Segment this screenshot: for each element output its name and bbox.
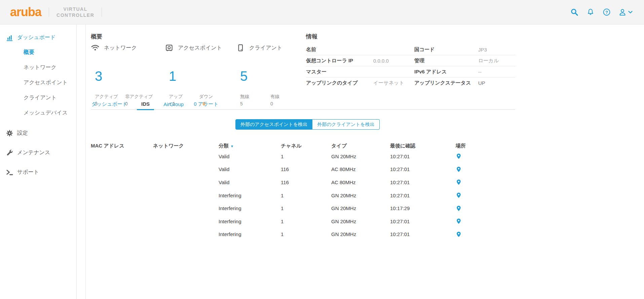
location-pin-icon[interactable] <box>456 231 462 238</box>
access-point-icon <box>165 43 174 52</box>
column-header-channel[interactable]: チャネル <box>281 143 331 149</box>
sidebar-item-label: ダッシュボード <box>17 34 55 41</box>
location-pin-icon[interactable] <box>456 205 462 212</box>
location-pin-icon[interactable] <box>456 192 462 199</box>
ids-table: MAC アドレス ネットワーク 分類▼ チャネル タイプ 最後に確認 場所 Va… <box>91 142 511 241</box>
client-device-icon <box>236 43 245 52</box>
stat-label: ネットワーク <box>104 44 137 52</box>
detect-foreign-clients-button[interactable]: 外部のクライアントを検出 <box>312 119 380 130</box>
sidebar-item-label: メンテナンス <box>17 149 50 156</box>
sidebar-item-overview[interactable]: 概要 <box>0 47 76 57</box>
wifi-icon <box>91 43 100 52</box>
column-header-network[interactable]: ネットワーク <box>153 143 219 149</box>
user-menu[interactable] <box>618 8 633 16</box>
bar-chart-icon <box>6 34 13 41</box>
wrench-icon <box>6 149 13 157</box>
sidebar-item-access-points[interactable]: アクセスポイント <box>0 78 76 87</box>
help-icon[interactable]: ? <box>602 8 611 16</box>
sidebar-item-mesh-devices[interactable]: メッシュデバイス <box>0 108 76 118</box>
table-row[interactable]: Interfering 1 GN 20MHz 10:17:29 <box>91 202 511 215</box>
ids-table-header: MAC アドレス ネットワーク 分類▼ チャネル タイプ 最後に確認 場所 <box>91 142 511 150</box>
column-header-mac[interactable]: MAC アドレス <box>91 143 153 149</box>
info-row: アップリンクのタイプ イーサネット アップリンクステータス UP <box>306 77 515 89</box>
sidebar-item-label: メッシュデバイス <box>24 109 68 117</box>
info-row: 名前 国コード JP3 <box>306 44 515 55</box>
table-row[interactable]: Valid 116 AC 80MHz 10:27:01 <box>91 163 511 176</box>
aruba-logo: aruba <box>10 6 41 18</box>
info-row: マスター IPv6 アドレス -- <box>306 66 515 77</box>
svg-text:?: ? <box>605 10 608 15</box>
search-icon[interactable] <box>570 8 579 16</box>
table-row[interactable]: Interfering 1 GN 20MHz 10:27:01 <box>91 215 511 228</box>
column-header-classification[interactable]: 分類▼ <box>219 143 281 149</box>
detect-foreign-aps-button[interactable]: 外部のアクセスポイントを検出 <box>235 119 312 130</box>
sidebar-item-label: 概要 <box>24 49 34 56</box>
column-header-last-seen[interactable]: 最後に確認 <box>390 143 456 149</box>
location-pin-icon[interactable] <box>456 166 462 173</box>
tab-dashboard[interactable]: ダッシュボード <box>91 99 128 109</box>
sidebar-item-label: サポート <box>17 169 39 176</box>
location-pin-icon[interactable] <box>456 153 462 160</box>
table-row[interactable]: Interfering 1 GN 20MHz 10:27:01 <box>91 228 511 241</box>
table-row[interactable]: Interfering 1 GN 20MHz 10:27:01 <box>91 189 511 202</box>
tab-alerts[interactable]: 0 アラート <box>193 99 219 109</box>
stat-label: クライアント <box>249 44 282 52</box>
product-line-1: VIRTUAL <box>56 6 94 12</box>
sidebar: ダッシュボード 概要 ネットワーク アクセスポイント クライアント メッシュデバ… <box>0 25 77 299</box>
sidebar-item-label: 設定 <box>17 130 28 137</box>
overview-title: 概要 <box>91 33 102 40</box>
info-title: 情報 <box>306 33 317 40</box>
location-pin-icon[interactable] <box>456 218 462 225</box>
sidebar-item-clients[interactable]: クライアント <box>0 93 76 102</box>
chevron-down-icon <box>628 10 633 14</box>
clients-count: 5 <box>240 69 248 83</box>
sort-desc-icon: ▼ <box>230 144 234 148</box>
product-name: VIRTUAL CONTROLLER <box>56 6 94 18</box>
sidebar-item-configuration[interactable]: 設定 <box>0 128 76 138</box>
sidebar-item-label: クライアント <box>24 94 56 101</box>
sidebar-item-dashboard[interactable]: ダッシュボード <box>0 33 76 42</box>
tab-airgroup[interactable]: AirGroup <box>163 99 184 109</box>
main-content: 概要 ネットワーク 3 アクティブ 3 <box>77 25 644 299</box>
networks-count: 3 <box>95 69 102 83</box>
sidebar-item-maintenance[interactable]: メンテナンス <box>0 148 76 157</box>
sidebar-item-support[interactable]: サポート <box>0 167 76 177</box>
header-divider <box>49 7 49 17</box>
aruba-virtual-controller-app: aruba VIRTUAL CONTROLLER ? <box>0 0 644 299</box>
info-table: 名前 国コード JP3 仮想コントローラ IP 0.0.0.0 管理 ローカル … <box>306 44 515 89</box>
info-row: 仮想コントローラ IP 0.0.0.0 管理 ローカル <box>306 55 515 66</box>
user-icon <box>618 8 627 16</box>
product-line-2: CONTROLLER <box>56 12 94 18</box>
header-divider <box>102 7 102 17</box>
top-header: aruba VIRTUAL CONTROLLER ? <box>0 0 644 25</box>
sidebar-item-networks[interactable]: ネットワーク <box>0 63 76 72</box>
gear-icon <box>6 129 13 137</box>
bell-icon[interactable] <box>586 8 595 16</box>
tab-bar: ダッシュボード IDS AirGroup 0 アラート <box>91 99 515 110</box>
stat-label: アクセスポイント <box>178 44 222 52</box>
content-divider <box>85 25 86 299</box>
location-pin-icon[interactable] <box>456 178 462 186</box>
table-row[interactable]: Valid 116 AC 80MHz 10:27:01 <box>91 176 511 189</box>
sidebar-item-label: アクセスポイント <box>24 79 68 86</box>
detect-toggle-group: 外部のアクセスポイントを検出 外部のクライアントを検出 <box>235 119 380 130</box>
sidebar-item-label: ネットワーク <box>24 64 56 71</box>
tab-ids[interactable]: IDS <box>137 99 154 110</box>
column-header-where[interactable]: 場所 <box>456 143 496 149</box>
terminal-icon <box>6 168 13 176</box>
access-points-count: 1 <box>169 69 176 83</box>
table-row[interactable]: Valid 1 GN 20MHz 10:27:01 <box>91 150 511 163</box>
column-header-type[interactable]: タイプ <box>331 143 390 149</box>
